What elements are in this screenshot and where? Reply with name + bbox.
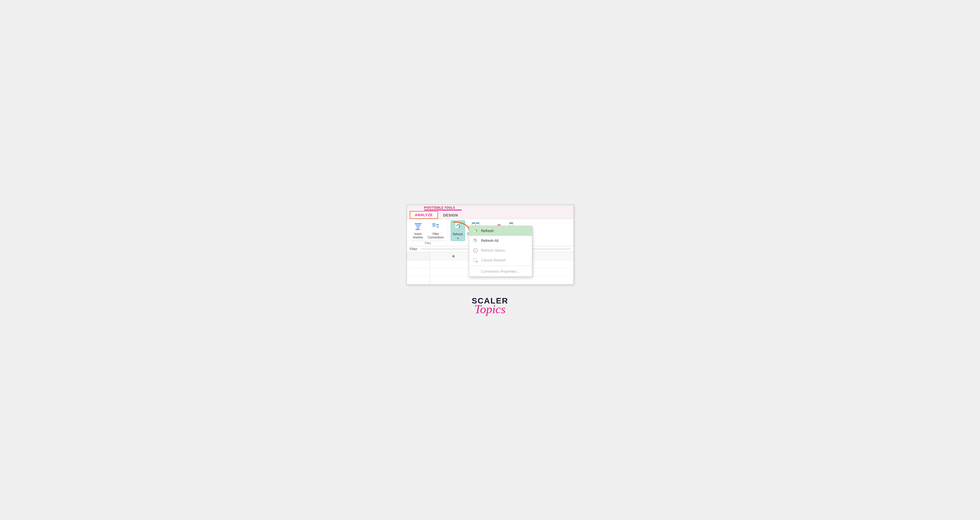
filter-icon: [413, 221, 423, 231]
svg-rect-17: [472, 223, 475, 224]
excel-box: PIVOTTABLE TOOLS ANALYZE DESIGN: [407, 205, 574, 285]
scaler-cursive: Topics: [474, 303, 506, 315]
tab-design[interactable]: DESIGN: [438, 212, 463, 219]
dropdown-refresh-all-icon: [473, 238, 478, 244]
svg-rect-1: [415, 223, 422, 224]
dropdown-refresh-label: Refresh: [481, 229, 494, 233]
table-row: [526, 260, 573, 268]
svg-rect-3: [416, 226, 420, 226]
svg-rect-7: [416, 229, 419, 230]
svg-rect-10: [432, 226, 436, 227]
refresh-label: Refresh: [453, 233, 463, 236]
dropdown-refresh-status-label: Refresh Status: [481, 249, 505, 252]
refresh-dropdown-arrow[interactable]: ▼: [457, 237, 459, 240]
main-container: PIVOTTABLE TOOLS ANALYZE DESIGN: [407, 205, 574, 315]
filter-connections-button[interactable]: Filter Connections: [426, 220, 445, 240]
filter-group: Insert timeline: [409, 220, 448, 245]
insert-timeline-button[interactable]: Insert timeline: [411, 220, 425, 240]
tab-analyze[interactable]: ANALYZE: [410, 211, 438, 219]
dropdown-item-cancel-refresh: Cancel Refresh: [469, 255, 532, 265]
tab-bar: PIVOTTABLE TOOLS ANALYZE DESIGN: [407, 205, 573, 219]
scaler-brand: SCALER Topics: [472, 296, 508, 315]
svg-rect-19: [476, 223, 479, 224]
svg-rect-25: [509, 223, 513, 224]
ribbon-tabs: ANALYZE DESIGN: [410, 211, 573, 219]
filter-connections-label: Filter Connections: [428, 232, 444, 239]
filter-section-label: Filter: [411, 241, 445, 245]
table-col-empty: [526, 252, 573, 284]
dropdown-divider: [469, 266, 532, 266]
dropdown-refresh-icon: [473, 228, 478, 234]
svg-text:i: i: [475, 249, 476, 252]
svg-rect-12: [436, 227, 439, 228]
table-side: [407, 252, 430, 284]
dropdown-item-refresh[interactable]: Refresh: [469, 226, 532, 236]
dropdown-connection-properties-label: Connection Properties...: [481, 270, 520, 274]
svg-rect-11: [436, 226, 439, 227]
dropdown-cancel-refresh-label: Cancel Refresh: [481, 258, 506, 262]
svg-rect-4: [416, 227, 420, 227]
table-row: [430, 276, 477, 284]
dropdown-item-refresh-all[interactable]: Refresh All: [469, 236, 532, 246]
svg-rect-9: [432, 225, 436, 225]
refresh-button[interactable]: Refresh ▼: [451, 220, 465, 241]
svg-rect-34: [474, 258, 476, 262]
col-empty-header: [526, 252, 573, 260]
table-row: [526, 276, 573, 284]
svg-rect-5: [417, 228, 419, 228]
dropdown-refresh-all-label: Refresh All: [481, 239, 498, 243]
refresh-dropdown: Refresh Refresh All: [469, 226, 532, 277]
svg-rect-2: [415, 225, 421, 225]
dropdown-connection-properties-icon: [473, 269, 478, 274]
insert-timeline-label: Insert timeline: [413, 232, 423, 239]
table-row: [478, 276, 525, 284]
pivot-tools-text: PIVOTTABLE TOOLS: [424, 206, 455, 209]
table-row: [526, 268, 573, 276]
dropdown-cancel-refresh-icon: [473, 257, 478, 263]
filter-label: Filter: [410, 247, 418, 251]
dropdown-item-refresh-status: i Refresh Status: [469, 246, 532, 255]
svg-rect-8: [432, 224, 436, 224]
dropdown-refresh-status-icon: i: [473, 247, 478, 254]
dropdown-item-connection-properties: Connection Properties...: [469, 266, 532, 276]
filter-connections-icon: [431, 221, 441, 231]
pivot-tools-label: PIVOTTABLE TOOLS: [410, 206, 573, 211]
refresh-icon: [453, 221, 463, 232]
